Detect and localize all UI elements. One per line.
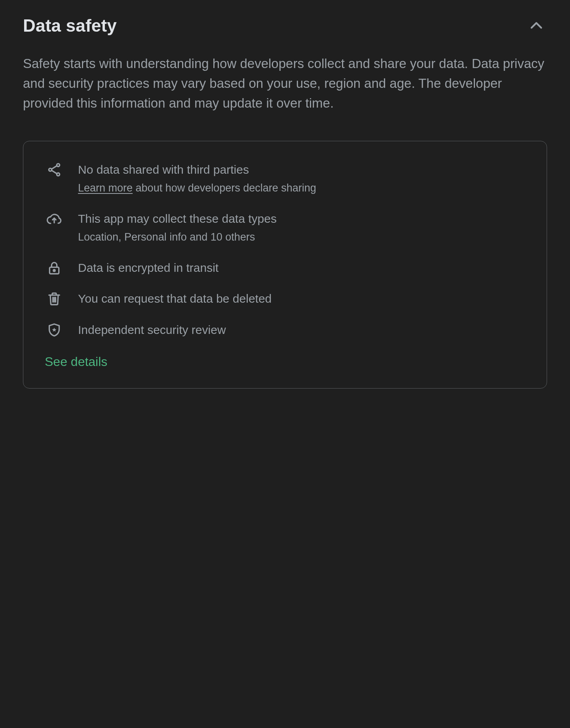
list-item: You can request that data be deleted — [45, 291, 525, 322]
row-subtitle: Location, Personal info and 10 others — [78, 229, 525, 245]
row-subtitle: Learn more about how developers declare … — [78, 180, 525, 196]
row-title: No data shared with third parties — [78, 162, 525, 178]
row-title: Data is encrypted in transit — [78, 260, 525, 276]
section-title: Data safety — [23, 16, 117, 36]
see-details-button[interactable]: See details — [45, 355, 107, 369]
cloud-upload-icon — [45, 211, 64, 227]
data-safety-card: No data shared with third parties Learn … — [23, 141, 547, 389]
list-item: This app may collect these data types Lo… — [45, 211, 525, 260]
chevron-up-icon — [528, 17, 545, 34]
list-item: No data shared with third parties Learn … — [45, 162, 525, 211]
svg-point-7 — [53, 269, 55, 271]
svg-line-4 — [51, 171, 57, 174]
share-icon — [45, 162, 64, 178]
svg-line-3 — [51, 166, 57, 169]
collapse-button[interactable] — [526, 15, 547, 36]
list-item: Data is encrypted in transit — [45, 260, 525, 291]
row-subtitle-tail: about how developers declare sharing — [133, 182, 316, 194]
trash-icon — [45, 291, 64, 307]
learn-more-link[interactable]: Learn more — [78, 182, 133, 194]
row-title: Independent security review — [78, 322, 525, 338]
row-title: This app may collect these data types — [78, 211, 525, 227]
list-item: Independent security review — [45, 322, 525, 338]
lock-icon — [45, 260, 64, 276]
section-description: Safety starts with understanding how dev… — [23, 54, 547, 113]
data-safety-header: Data safety — [23, 15, 547, 36]
row-title: You can request that data be deleted — [78, 291, 525, 307]
shield-star-icon — [45, 322, 64, 338]
